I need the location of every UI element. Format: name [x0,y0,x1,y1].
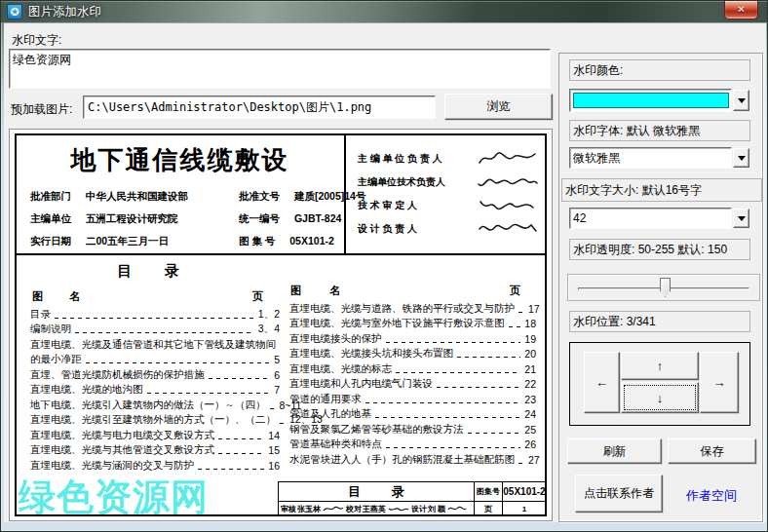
toc-row: 管道的通用要求23 [289,392,536,407]
font-dropdown[interactable]: 微软雅黑 [569,147,750,169]
signature-scribble [477,219,539,239]
toc-row: 直埋电缆、光缆的地沟图7 [30,383,280,399]
opacity-label: 水印透明度: 50-255 默认: 150 [569,239,750,260]
footer-page-label: 页 [475,502,503,515]
toc-entry-name: 直埋电缆和人孔内电缆气门装设 [289,377,433,391]
toc-entry-name: 直埋电缆、光缆与电力电缆交叉敷设方式 [30,429,214,442]
toc-leader [375,417,520,418]
toc-row: 直埋电缆、光缆引至建筑物外墙的方式（一）、（二）12、13 [30,413,280,429]
toc-row: 直埋电缆、光缆的标志21 [289,361,536,377]
toc-row: 地下电缆、光缆引入建筑物内的做法（一）～（四）8~11 [30,398,280,413]
signer-label: 设 计 负 责 人 [358,222,473,236]
color-label: 水印颜色: [569,59,750,81]
toc-row: 目录1、2 [30,307,280,323]
toc-leader [280,423,286,424]
footer-signature-row: 审核 张玉林 校对 王燕英 设计 刘 颖 [279,502,475,515]
meta-value: GJBT-824 [294,212,341,224]
toc-entry-name: 直埋电缆、光缆与涵洞的交叉与防护 [30,459,194,473]
author-space-link[interactable]: 作者空间 [686,487,737,505]
meta-row: 实行日期 二00五年三月一日 [30,235,169,248]
footer-page-value: 1 [503,502,546,515]
settings-panel: 水印颜色: 水印字体: 默认 微软雅黑 微软雅黑 水印文字大小: 默认16号字 … [558,53,763,522]
signature-scribble [446,504,468,514]
toc-entry-page: 17 [528,303,540,315]
toc-entry-page: 14 [268,430,280,441]
save-button[interactable]: 保存 [668,438,756,464]
title-bar: ✪ 图片添加水印 ✕ [1,1,767,22]
toc-col-name: 名 [329,284,340,298]
image-preview-area: 地下通信线缆敷设 批准部门 中华人民共和国建设部 主编单位 五洲工程设计研究院 … [9,129,553,521]
signer-label: 主 编 单 位 负 责 人 [358,152,473,166]
meta-key: 主编单位 [30,212,71,226]
toc-row: 直埋电缆、光缆及通信管道和其它地下管线及建筑物间 [30,337,280,353]
opacity-slider[interactable] [567,274,760,301]
document-footer-table: 目 录 图集号 05X101-2 审核 张玉林 校对 王燕英 设计 刘 颖 [278,481,547,516]
size-dropdown-button[interactable] [733,209,749,228]
watermark-text-input[interactable]: 绿色资源网 [9,49,551,89]
toc-row: 编制说明3、4 [30,323,280,338]
toc-entry-page: 21 [524,363,536,375]
toc-entry-page: 24 [524,408,536,420]
font-dropdown-button[interactable] [733,148,749,168]
browse-button[interactable]: 浏览 [444,94,553,120]
color-dropdown-button[interactable] [733,90,749,111]
move-up-button[interactable]: ↑ [621,352,699,380]
toc-row: 直埋电缆、光缆与室外地下设施平行敷设示意图18 [289,317,536,332]
app-window: ✪ 图片添加水印 ✕ 水印文字: 绿色资源网 预加载图片: 浏览 地下通信线缆敷… [0,0,768,532]
meta-row: 统一编号 GJBT-824 [239,212,341,226]
toc-col-page: 页 [252,289,263,304]
footer-design-label: 设计 [411,504,427,514]
toc-leader [509,326,521,327]
footer-proof-name: 王燕英 [363,504,386,514]
meta-value: 05X101-2 [289,235,334,247]
toc-entry-page: 18 [524,318,536,329]
toc-leader [365,402,521,403]
chevron-down-icon [738,98,746,103]
toc-row: 水泥管块进入人（手）孔的钢筋混凝土基础配筋图27 [289,452,536,468]
toc-col-map: 图 [290,284,301,298]
close-button[interactable]: ✕ [724,1,758,19]
toc-right-column: 直埋电缆、光缆与道路、铁路的平行或交叉与防护17 直埋电缆、光缆与室外地下设施平… [289,301,536,468]
chevron-down-icon [738,216,746,221]
color-dropdown[interactable] [569,89,750,112]
size-dropdown-field[interactable]: 42 [569,208,732,229]
toc-row: 直埋电缆、光缆与电力电缆交叉敷设方式14 [30,428,280,443]
footer-design-name: 刘 颖 [428,504,445,514]
size-dropdown[interactable]: 42 [569,208,750,229]
toc-col-page: 页 [510,284,520,298]
slider-thumb[interactable] [660,278,671,297]
color-swatch [573,93,729,108]
toc-entry-name: 管道的通用要求 [289,393,362,406]
toc-col-name: 名 [69,289,80,304]
toc-leader [218,438,264,439]
signer-row: 主编单位技术负责人 [358,172,539,192]
signature-scribble [477,149,539,169]
position-label: 水印位置: 3/341 [569,311,750,332]
footer-review-name: 张玉林 [297,504,321,514]
move-down-button[interactable]: ↓ [621,382,699,413]
color-dropdown-field[interactable] [569,89,732,112]
font-dropdown-field[interactable]: 微软雅黑 [569,147,732,169]
toc-entry-page: 20 [524,348,536,360]
app-icon: ✪ [7,4,22,19]
meta-value: 中华人民共和国建设部 [86,190,188,204]
toc-entry-name: 直埋电缆、光缆接头坑和接头布置图 [289,347,453,361]
contact-author-button[interactable]: 点击联系作者 [575,475,663,513]
toc-leader [518,463,524,464]
move-left-button[interactable]: ← [584,352,620,413]
toc-leader [209,378,271,379]
toc-leader [198,469,264,470]
toc-leader [218,453,264,454]
signature-scribble [387,504,410,514]
preload-image-label: 预加载图片: [11,101,72,118]
refresh-button[interactable]: 刷新 [567,438,662,464]
toc-leader [396,372,520,373]
toc-entry-page: 23 [524,394,536,405]
toc-entry-name: 直埋电缆接头的保护 [289,332,382,346]
signer-row: 设 计 负 责 人 [358,219,539,239]
move-right-button[interactable]: → [700,352,739,413]
preload-path-input[interactable] [83,95,436,119]
toc-row: 直埋电缆、光缆接头坑和接头布置图20 [289,347,536,362]
meta-key: 实行日期 [30,235,71,248]
toc-entry-page: 5 [274,354,280,365]
